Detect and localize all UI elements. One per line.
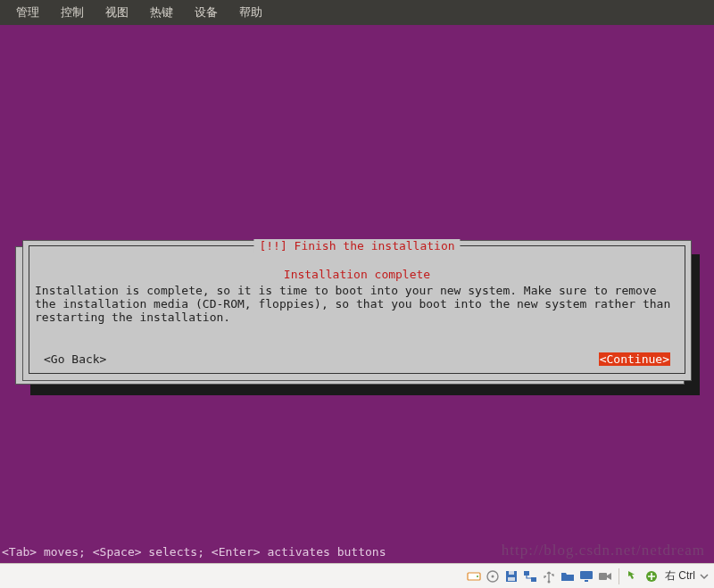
menu-view[interactable]: 视图	[96, 1, 137, 24]
dialog-frame: [!!] Finish the installation Installatio…	[29, 245, 685, 374]
dialog-title: [!!] Finish the installation	[253, 239, 460, 253]
go-back-button[interactable]: <Go Back>	[44, 352, 106, 366]
hard-disk-icon[interactable]	[467, 569, 481, 584]
svg-rect-12	[599, 573, 607, 580]
recording-icon[interactable]	[598, 569, 612, 584]
statusbar: 右 Ctrl	[0, 563, 714, 588]
dialog-subtitle: Installation complete	[29, 268, 685, 281]
optical-disc-icon[interactable]	[486, 569, 500, 584]
usb-icon[interactable]	[542, 569, 556, 584]
guest-additions-icon[interactable]	[644, 569, 659, 584]
install-dialog: [!!] Finish the installation Installatio…	[22, 240, 692, 381]
svg-rect-7	[524, 571, 529, 576]
dialog-button-row: <Go Back> <Continue>	[44, 352, 670, 366]
hostkey-label: 右 Ctrl	[665, 568, 695, 584]
floppy-icon[interactable]	[504, 569, 519, 584]
svg-rect-5	[509, 571, 514, 575]
continue-button[interactable]: <Continue>	[599, 352, 670, 366]
svg-point-3	[492, 575, 494, 577]
menu-control[interactable]: 控制	[52, 1, 93, 24]
svg-rect-6	[508, 577, 515, 581]
svg-rect-11	[585, 580, 588, 582]
vm-screen: [!!] Finish the installation Installatio…	[0, 25, 714, 563]
menu-hotkey[interactable]: 热键	[141, 1, 182, 24]
status-separator	[619, 568, 619, 584]
menu-help[interactable]: 帮助	[230, 1, 271, 24]
menubar: 管理 控制 视图 热键 设备 帮助	[0, 0, 714, 25]
svg-rect-10	[580, 571, 593, 579]
display-icon[interactable]	[579, 569, 594, 584]
dialog-body-text: Installation is complete, so it is time …	[35, 284, 679, 324]
keyboard-hint: <Tab> moves; <Space> selects; <Enter> ac…	[0, 545, 386, 559]
svg-point-9	[548, 580, 551, 583]
mouse-integration-icon[interactable]	[626, 569, 640, 584]
menu-devices[interactable]: 设备	[186, 1, 227, 24]
shared-folder-icon[interactable]	[560, 569, 575, 584]
menu-manage[interactable]: 管理	[7, 1, 48, 24]
svg-point-1	[477, 576, 478, 577]
chevron-down-icon[interactable]	[700, 569, 709, 584]
network-icon[interactable]	[523, 569, 537, 584]
